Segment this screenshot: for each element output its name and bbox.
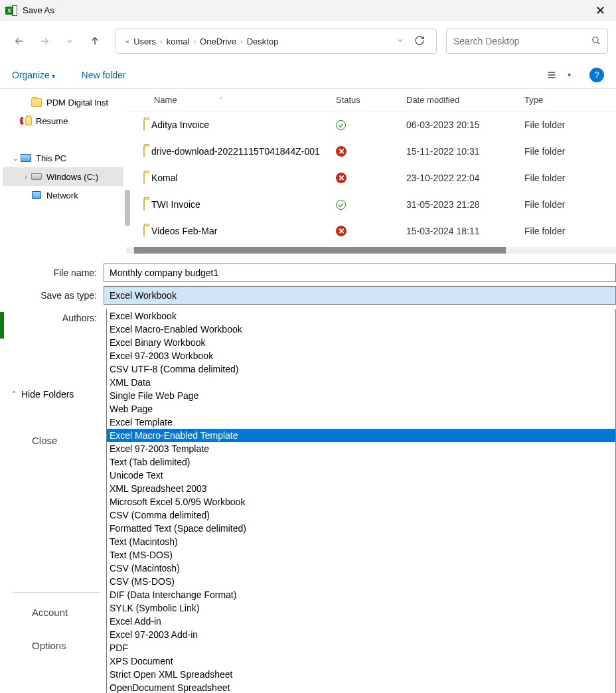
search-input[interactable]	[453, 36, 591, 46]
file-row[interactable]: Komal23-10-2022 22:04File folder	[126, 165, 616, 191]
tree-item-label: Network	[46, 191, 78, 200]
column-date[interactable]: Date modified	[406, 95, 524, 105]
error-folder-icon	[20, 115, 32, 127]
backstage-close[interactable]: Close	[0, 424, 106, 457]
search-box[interactable]	[446, 29, 608, 54]
filetype-option[interactable]: OpenDocument Spreadsheet	[107, 681, 615, 693]
filetype-option[interactable]: CSV (MS-DOS)	[107, 575, 615, 588]
sync-ok-icon	[336, 200, 346, 210]
chevron-up-icon: ˄	[12, 390, 16, 399]
svg-point-0	[593, 37, 598, 42]
filetype-option[interactable]: XML Spreadsheet 2003	[107, 482, 615, 495]
file-row[interactable]: Videos Feb-Mar15-03-2024 18:11File folde…	[126, 218, 616, 244]
filetype-option[interactable]: Excel Workbook	[107, 309, 615, 323]
filetype-option[interactable]: Text (Tab delimited)	[107, 455, 615, 469]
back-button[interactable]	[8, 30, 31, 52]
filetype-option[interactable]: PDF	[107, 641, 615, 654]
chevron-right-icon[interactable]: ›	[21, 173, 31, 181]
chevron-right-icon: ›	[240, 37, 243, 45]
tree-item-windows-c[interactable]: › Windows (C:)	[3, 167, 123, 186]
filetype-option[interactable]: CSV (Comma delimited)	[107, 508, 615, 522]
file-name: Videos Feb-Mar	[151, 226, 217, 236]
file-date: 15-11-2022 10:31	[406, 146, 524, 157]
filetype-option[interactable]: Formatted Text (Space delimited)	[107, 522, 615, 535]
file-date: 31-05-2023 21:28	[406, 199, 524, 210]
sort-indicator-icon: ˄	[220, 97, 223, 104]
filename-input[interactable]	[104, 264, 616, 282]
filetype-option[interactable]: XPS Document	[107, 654, 615, 668]
view-dropdown-button[interactable]: ▾	[560, 66, 578, 84]
tree-item-resume[interactable]: Resume	[3, 112, 123, 130]
file-row[interactable]: TWI Invoice31-05-2023 21:28File folder	[126, 191, 616, 218]
file-list: Name˄ Status Date modified Type Aditya I…	[126, 89, 616, 254]
close-button[interactable]: ✕	[587, 3, 613, 18]
filetype-option[interactable]: Strict Open XML Spreadsheet	[107, 668, 615, 681]
backstage-sidebar: Close Account Options	[0, 405, 106, 662]
file-row[interactable]: Aditya Invoice06-03-2023 20:15File folde…	[126, 112, 616, 138]
address-bar[interactable]: « Users › komal › OneDrive › Desktop	[116, 29, 437, 54]
filetype-option[interactable]: CSV UTF-8 (Comma delimited)	[107, 362, 615, 376]
filetype-option[interactable]: Web Page	[107, 402, 615, 416]
address-dropdown-button[interactable]	[396, 37, 404, 46]
backstage-options[interactable]: Options	[0, 629, 106, 662]
tree-item-label: PDM Digital Inst	[46, 98, 108, 108]
filetype-option[interactable]: Unicode Text	[107, 469, 615, 482]
file-name: TWI Invoice	[151, 199, 200, 210]
breadcrumb-onedrive[interactable]: OneDrive	[200, 37, 236, 46]
filetype-option[interactable]: Excel Macro-Enabled Workbook	[107, 323, 615, 336]
filetype-option[interactable]: Excel 97-2003 Workbook	[107, 349, 615, 362]
filetype-option[interactable]: Text (Macintosh)	[107, 535, 615, 548]
search-icon	[591, 36, 601, 47]
horizontal-scrollbar[interactable]	[126, 247, 616, 254]
chevron-down-icon[interactable]: ⌄	[11, 155, 20, 162]
saveastype-dropdown[interactable]: Excel WorkbookExcel Macro-Enabled Workbo…	[106, 309, 616, 693]
backstage-account[interactable]: Account	[0, 595, 106, 629]
sync-error-icon	[336, 173, 346, 183]
organize-button[interactable]: Organize	[12, 70, 55, 80]
file-name: drive-download-20221115T041844Z-001	[151, 146, 320, 157]
filetype-option[interactable]: DIF (Data Interchange Format)	[107, 588, 615, 601]
filetype-option[interactable]: XML Data	[107, 376, 615, 389]
breadcrumb-desktop[interactable]: Desktop	[247, 37, 279, 46]
column-type[interactable]: Type	[524, 95, 616, 105]
excel-backstage-edge	[0, 312, 4, 339]
view-button[interactable]	[543, 66, 560, 84]
file-type: File folder	[524, 119, 616, 130]
refresh-button[interactable]	[408, 35, 431, 48]
filetype-option[interactable]: Excel Template	[107, 416, 615, 429]
filetype-option[interactable]: Single File Web Page	[107, 389, 615, 402]
file-date: 06-03-2023 20:15	[406, 119, 524, 130]
breadcrumb-users[interactable]: Users	[133, 37, 156, 46]
recent-locations-button[interactable]	[58, 30, 81, 52]
tree-item-this-pc[interactable]: ⌄ This PC	[3, 149, 123, 167]
tree-item-pdm[interactable]: PDM Digital Inst	[3, 93, 123, 112]
filetype-option[interactable]: Excel 97-2003 Template	[107, 442, 615, 455]
file-row[interactable]: drive-download-20221115T041844Z-00115-11…	[126, 138, 616, 165]
hide-folders-button[interactable]: ˄ Hide Folders	[12, 389, 74, 400]
column-status[interactable]: Status	[336, 95, 406, 105]
up-button[interactable]	[84, 30, 106, 52]
filetype-option[interactable]: Excel 97-2003 Add-in	[107, 628, 615, 641]
tree-item-network[interactable]: Network	[3, 186, 123, 204]
new-folder-button[interactable]: New folder	[82, 70, 126, 80]
column-name[interactable]: Name˄	[126, 95, 336, 105]
filetype-option[interactable]: Microsoft Excel 5.0/95 Workbook	[107, 495, 615, 508]
file-date: 15-03-2024 18:11	[406, 226, 524, 236]
filetype-option[interactable]: Excel Binary Workbook	[107, 336, 615, 349]
filetype-option[interactable]: Text (MS-DOS)	[107, 548, 615, 562]
filetype-option[interactable]: SYLK (Symbolic Link)	[107, 601, 615, 615]
chevron-right-icon: ›	[193, 37, 196, 45]
file-type: File folder	[524, 199, 616, 210]
forward-button[interactable]	[33, 30, 56, 52]
filetype-option[interactable]: Excel Add-in	[107, 615, 615, 628]
tree-item-label: Windows (C:)	[46, 172, 98, 182]
help-button[interactable]: ?	[589, 68, 604, 82]
folder-icon	[143, 173, 145, 183]
main-pane: PDM Digital Inst Resume ⌄ This PC › Wind…	[0, 89, 616, 254]
breadcrumb-komal[interactable]: komal	[167, 37, 190, 46]
filetype-option[interactable]: CSV (Macintosh)	[107, 562, 615, 575]
saveastype-combobox[interactable]: Excel Workbook	[104, 286, 616, 305]
filetype-option[interactable]: Excel Macro-Enabled Template	[107, 429, 615, 442]
folder-tree: PDM Digital Inst Resume ⌄ This PC › Wind…	[0, 89, 126, 254]
sync-error-icon	[336, 226, 346, 236]
